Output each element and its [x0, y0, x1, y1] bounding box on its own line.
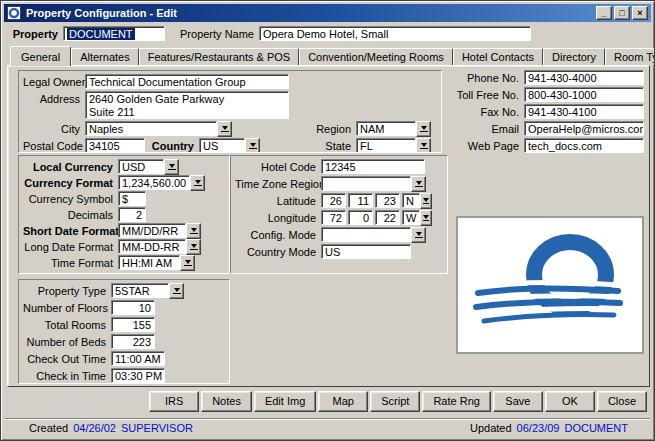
country-mode-label: Country Mode	[235, 246, 321, 258]
close-button[interactable]: Close	[597, 391, 647, 412]
legal-owner-label: Legal Owner	[23, 76, 85, 88]
short-date-format-field[interactable]: MM/DD/RR	[118, 223, 186, 238]
longitude-seconds-field[interactable]: 22	[375, 210, 400, 225]
form-row: Check Out Time 11:00 AM	[23, 351, 225, 366]
time-format-dropdown-button[interactable]	[180, 255, 195, 271]
city-dropdown-button[interactable]	[217, 121, 232, 137]
tab-convention-meeting-rooms[interactable]: Convention/Meeting Rooms	[299, 48, 453, 65]
time-format-field[interactable]: HH:MI AM	[118, 255, 180, 270]
address-field[interactable]: 2640 Golden Gate Parkway Suite 211	[85, 91, 289, 119]
tab-strip: General Alternates Features/Restaurants …	[10, 46, 655, 66]
tab-features-restaurants-pos[interactable]: Features/Restaurants & POS	[139, 48, 299, 65]
rate-rng-button[interactable]: Rate Rng	[422, 391, 490, 412]
decimals-label: Decimals	[23, 209, 118, 221]
currency-format-field[interactable]: 1,234,560.00	[118, 175, 190, 190]
notes-button[interactable]: Notes	[201, 391, 252, 412]
form-row: Local Currency USD	[23, 159, 225, 174]
country-field[interactable]: US	[199, 138, 245, 153]
form-row: Check in Time 03:30 PM	[23, 368, 225, 383]
web-page-label: Web Page	[438, 140, 524, 152]
legal-owner-field[interactable]: Technical Documentation Group	[85, 74, 289, 89]
form-row: Legal Owner Technical Documentation Grou…	[23, 74, 437, 89]
form-row: City Naples Region NAM	[23, 121, 437, 136]
tab-alternates[interactable]: Alternates	[71, 48, 139, 65]
check-out-time-field[interactable]: 11:00 AM	[111, 351, 165, 366]
latitude-degrees-field[interactable]: 26	[321, 193, 346, 208]
tab-hotel-contacts[interactable]: Hotel Contacts	[453, 48, 543, 65]
decimals-field[interactable]: 2	[118, 207, 146, 222]
save-button[interactable]: Save	[493, 391, 543, 412]
check-in-time-field[interactable]: 03:30 PM	[111, 368, 165, 383]
long-date-format-field[interactable]: MM-DD-RR	[118, 239, 186, 254]
property-field[interactable]: DOCUMENT	[63, 26, 165, 41]
hotel-code-field[interactable]: 12345	[321, 159, 425, 174]
config-mode-dropdown-button[interactable]	[411, 227, 426, 243]
longitude-minutes-field[interactable]: 0	[348, 210, 373, 225]
form-row: Toll Free No. 800-430-1000	[438, 87, 644, 102]
region-field[interactable]: NAM	[356, 121, 416, 136]
currency-format-dropdown-button[interactable]	[190, 175, 205, 191]
currency-symbol-field[interactable]: $	[118, 191, 146, 206]
number-of-beds-field[interactable]: 223	[111, 334, 155, 349]
ok-button[interactable]: OK	[545, 391, 595, 412]
region-label: Region	[306, 123, 356, 135]
local-currency-dropdown-button[interactable]	[164, 159, 179, 175]
property-name-label: Property Name	[177, 28, 259, 40]
config-mode-field[interactable]	[321, 227, 411, 242]
local-currency-field[interactable]: USD	[118, 159, 164, 174]
close-window-button[interactable]: ×	[632, 6, 648, 20]
city-label: City	[23, 123, 85, 135]
country-dropdown-button[interactable]	[245, 138, 260, 154]
longitude-direction-dropdown-button[interactable]	[420, 210, 432, 226]
updated-by: DOCUMENT	[564, 422, 628, 434]
form-row: Total Rooms 155	[23, 317, 225, 332]
country-mode-field[interactable]: US	[321, 244, 411, 259]
check-out-time-label: Check Out Time	[23, 353, 111, 365]
total-rooms-field[interactable]: 155	[111, 317, 155, 332]
time-zone-region-field[interactable]	[321, 176, 411, 191]
longitude-degrees-field[interactable]: 72	[321, 210, 346, 225]
form-row: Short Date Format MM/DD/RR	[23, 223, 225, 238]
state-field[interactable]: FL	[356, 138, 416, 153]
phone-field[interactable]: 941-430-4000	[524, 70, 644, 85]
city-field[interactable]: Naples	[85, 121, 217, 136]
currency-group: Local Currency USD Currency Format 1,234…	[18, 155, 230, 274]
email-field[interactable]: OperaHelp@micros.com	[524, 121, 644, 136]
postal-code-field[interactable]: 34105	[85, 138, 145, 153]
property-type-dropdown-button[interactable]	[169, 283, 184, 299]
latitude-direction-dropdown-button[interactable]	[420, 193, 432, 209]
fax-field[interactable]: 941-430-4100	[524, 104, 644, 119]
maximize-button[interactable]: □	[614, 6, 630, 20]
created-date: 04/26/02	[73, 422, 116, 434]
time-zone-region-dropdown-button[interactable]	[411, 176, 426, 192]
region-dropdown-button[interactable]	[416, 121, 431, 137]
address-line2: Suite 211	[89, 106, 285, 119]
state-dropdown-button[interactable]	[416, 138, 431, 154]
longitude-direction-field[interactable]: W	[402, 210, 420, 225]
number-of-floors-field[interactable]: 10	[111, 300, 155, 315]
long-date-format-dropdown-button[interactable]	[186, 239, 201, 255]
script-button[interactable]: Script	[370, 391, 420, 412]
map-button[interactable]: Map	[318, 391, 368, 412]
created-by: SUPERVISOR	[121, 422, 193, 434]
property-name-field[interactable]: Opera Demo Hotel, Small	[259, 26, 531, 41]
toll-free-field[interactable]: 800-430-1000	[524, 87, 644, 102]
tab-room-types[interactable]: Room Types	[605, 48, 655, 65]
form-row: Fax No. 941-430-4100	[438, 104, 644, 119]
property-type-field[interactable]: 5STAR	[111, 283, 169, 298]
tab-general[interactable]: General	[10, 46, 71, 66]
irs-button[interactable]: IRS	[149, 391, 199, 412]
latitude-direction-field[interactable]: N	[402, 193, 420, 208]
latitude-seconds-field[interactable]: 23	[375, 193, 400, 208]
window-title: Property Configuration - Edit	[26, 7, 594, 19]
long-date-format-label: Long Date Format	[23, 241, 118, 253]
web-page-field[interactable]: tech_docs.com	[524, 138, 644, 153]
edit-img-button[interactable]: Edit Img	[254, 391, 316, 412]
form-row: Config. Mode	[235, 227, 443, 242]
latitude-minutes-field[interactable]: 11	[348, 193, 373, 208]
short-date-format-dropdown-button[interactable]	[186, 223, 201, 239]
form-row: Postal Code 34105 Country US State FL	[23, 138, 437, 153]
minimize-button[interactable]: _	[596, 6, 612, 20]
tab-directory[interactable]: Directory	[543, 48, 605, 65]
form-row: Number of Beds 223	[23, 334, 225, 349]
